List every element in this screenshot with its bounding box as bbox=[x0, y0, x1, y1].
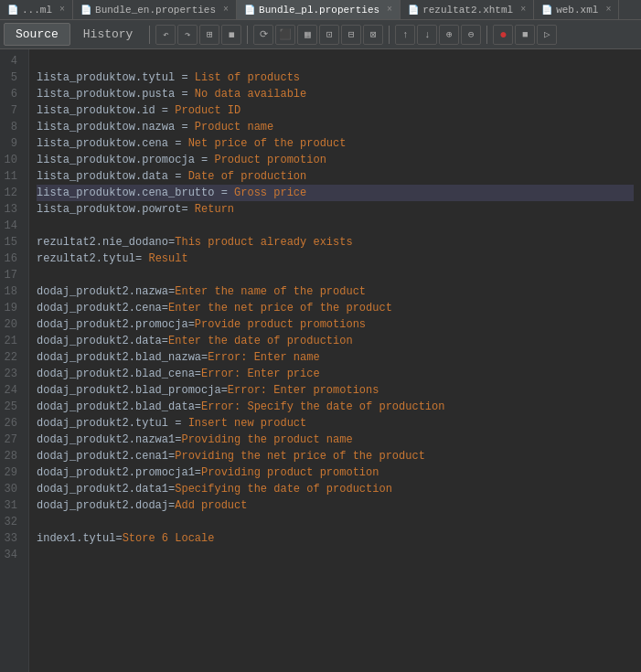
toolbar-btn-16[interactable]: ▷ bbox=[537, 25, 557, 45]
toolbar-btn-9[interactable]: ⊟ bbox=[341, 25, 361, 45]
line-number: 6 bbox=[0, 86, 23, 102]
toolbar-separator-1 bbox=[149, 26, 150, 44]
prop-value: Add product bbox=[175, 499, 247, 512]
prop-equals: = bbox=[115, 532, 122, 545]
code-line: dodaj_produkt2.cena1=Providing the net p… bbox=[37, 448, 634, 464]
prop-key: lista_produktow.cena bbox=[37, 137, 168, 150]
line-number: 34 bbox=[0, 547, 23, 563]
prop-equals: = bbox=[195, 466, 201, 479]
prop-key: lista_produktow.id bbox=[37, 104, 155, 117]
prop-key: lista_produktow.powrot bbox=[37, 203, 181, 216]
line-number: 10 bbox=[0, 152, 23, 168]
prop-value: Net price of the product bbox=[188, 137, 347, 150]
prop-value: Enter the name of the product bbox=[175, 285, 366, 298]
prop-value: Store 6 Locale bbox=[123, 532, 215, 545]
tab-close[interactable]: × bbox=[59, 5, 65, 15]
line-number: 16 bbox=[0, 251, 23, 267]
code-line bbox=[37, 547, 634, 563]
toolbar-btn-2[interactable]: ↷ bbox=[177, 25, 198, 45]
tab-close-en[interactable]: × bbox=[223, 5, 229, 15]
prop-value: Product name bbox=[195, 121, 273, 133]
line-number: 29 bbox=[0, 464, 23, 481]
code-line: lista_produktow.powrot= Return bbox=[37, 201, 634, 218]
prop-key: lista_produktow.data bbox=[37, 170, 168, 183]
line-number: 21 bbox=[0, 333, 23, 349]
code-line: lista_produktow.data = Date of productio… bbox=[37, 168, 634, 185]
code-line: dodaj_produkt2.blad_promocja=Error: Ente… bbox=[37, 382, 634, 399]
line-number: 26 bbox=[0, 415, 23, 432]
toolbar-btn-record[interactable]: ● bbox=[493, 25, 513, 45]
toolbar-btn-3[interactable]: ⊞ bbox=[199, 25, 219, 45]
toolbar-btn-8[interactable]: ⊡ bbox=[319, 25, 339, 45]
prop-equals: = bbox=[162, 302, 168, 315]
prop-key: dodaj_produkt2.nazwa bbox=[37, 285, 168, 298]
prop-key: dodaj_produkt2.dodaj bbox=[37, 499, 168, 512]
code-content[interactable]: lista_produktow.tytul = List of products… bbox=[29, 49, 641, 672]
prop-equals: = bbox=[181, 203, 194, 216]
line-number: 14 bbox=[0, 218, 23, 234]
tab-close-rezultat[interactable]: × bbox=[520, 5, 526, 15]
code-line bbox=[37, 218, 634, 234]
prop-value: Return bbox=[195, 203, 234, 216]
tab-ml[interactable]: 📄 ...ml × bbox=[0, 0, 73, 19]
line-number: 5 bbox=[0, 69, 23, 86]
tab-bar: 📄 ...ml × 📄 Bundle_en.properties × 📄 Bun… bbox=[0, 0, 641, 20]
prop-equals: = bbox=[195, 400, 201, 413]
prop-value: Error: Specify the date of production bbox=[201, 400, 444, 413]
toolbar-btn-14[interactable]: ⊖ bbox=[461, 25, 481, 45]
tab-rezultat-label: rezultat2.xhtml bbox=[422, 5, 513, 16]
tab-bundle-en[interactable]: 📄 Bundle_en.properties × bbox=[73, 0, 237, 19]
prop-key: dodaj_produkt2.data bbox=[37, 335, 162, 347]
code-line: lista_produktow.pusta = No data availabl… bbox=[37, 86, 634, 102]
prop-equals: = bbox=[175, 71, 195, 84]
file-icon-web: 📄 bbox=[541, 5, 552, 16]
line-number: 25 bbox=[0, 399, 23, 415]
line-number: 33 bbox=[0, 530, 23, 547]
toolbar-btn-7[interactable]: ▦ bbox=[297, 25, 317, 45]
prop-equals: = bbox=[168, 417, 188, 430]
tab-rezultat[interactable]: 📄 rezultat2.xhtml × bbox=[401, 0, 534, 19]
code-line: rezultat2.tytul= Result bbox=[37, 251, 634, 267]
prop-key: dodaj_produkt2.blad_cena bbox=[37, 368, 195, 380]
prop-value: Insert new product bbox=[188, 417, 307, 430]
toolbar-btn-10[interactable]: ⊠ bbox=[363, 25, 383, 45]
code-line: dodaj_produkt2.dodaj=Add product bbox=[37, 497, 634, 514]
code-line: index1.tytul=Store 6 Locale bbox=[37, 530, 634, 547]
prop-key: dodaj_produkt2.nazwa1 bbox=[37, 433, 175, 446]
prop-key: rezultat2.tytul bbox=[37, 252, 135, 265]
toolbar-btn-15[interactable]: ■ bbox=[515, 25, 535, 45]
tab-bundle-en-label: Bundle_en.properties bbox=[95, 5, 216, 16]
prop-key: dodaj_produkt2.blad_promocja bbox=[37, 384, 221, 397]
toolbar-btn-11[interactable]: ↑ bbox=[395, 25, 415, 45]
tab-close-web[interactable]: × bbox=[605, 5, 611, 15]
prop-key: rezultat2.nie_dodano bbox=[37, 236, 168, 249]
toolbar-btn-1[interactable]: ↶ bbox=[155, 25, 176, 45]
source-tab[interactable]: Source bbox=[4, 23, 70, 46]
line-number: 8 bbox=[0, 119, 23, 135]
line-number: 32 bbox=[0, 514, 23, 530]
line-number: 4 bbox=[0, 53, 23, 69]
tab-close-pl[interactable]: × bbox=[387, 5, 392, 15]
toolbar-btn-12[interactable]: ↓ bbox=[417, 25, 437, 45]
toolbar-separator-3 bbox=[389, 26, 390, 44]
prop-equals: = bbox=[135, 252, 148, 265]
history-tab[interactable]: History bbox=[72, 24, 144, 45]
tab-bundle-pl[interactable]: 📄 Bundle_pl.properties × bbox=[237, 0, 401, 19]
prop-key: dodaj_produkt2.cena1 bbox=[37, 450, 168, 463]
prop-equals: = bbox=[168, 170, 188, 183]
prop-value: Enter the net price of the product bbox=[168, 302, 392, 315]
prop-value: Gross price bbox=[234, 187, 306, 199]
prop-key: lista_produktow.nazwa bbox=[37, 121, 175, 133]
code-line: lista_produktow.id = Product ID bbox=[37, 102, 634, 119]
toolbar-separator-2 bbox=[247, 26, 248, 44]
toolbar-btn-6[interactable]: ⬛ bbox=[275, 25, 295, 45]
prop-key: lista_produktow.tytul bbox=[37, 71, 175, 84]
tab-webxml-label: web.xml bbox=[556, 5, 598, 16]
code-line: lista_produktow.tytul = List of products bbox=[37, 69, 634, 86]
code-line: dodaj_produkt2.tytul = Insert new produc… bbox=[37, 415, 634, 432]
toolbar-btn-5[interactable]: ⟳ bbox=[253, 25, 273, 45]
line-number: 18 bbox=[0, 283, 23, 300]
tab-webxml[interactable]: 📄 web.xml × bbox=[534, 0, 619, 19]
toolbar-btn-13[interactable]: ⊕ bbox=[439, 25, 459, 45]
toolbar-btn-4[interactable]: ◼ bbox=[221, 25, 241, 45]
